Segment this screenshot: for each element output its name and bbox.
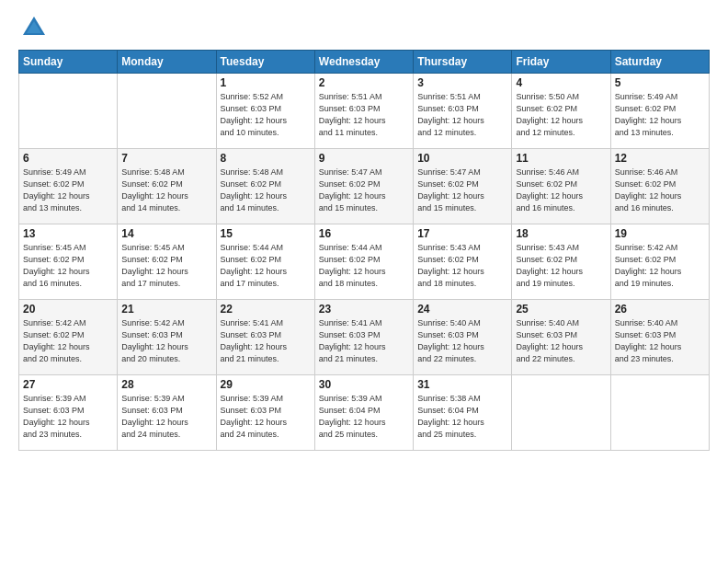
- day-number: 20: [23, 303, 113, 316]
- calendar-day-cell: 3Sunrise: 5:51 AM Sunset: 6:03 PM Daylig…: [414, 74, 512, 149]
- calendar-header-friday: Friday: [512, 51, 610, 74]
- day-number: 4: [516, 76, 606, 89]
- day-number: 21: [121, 303, 211, 316]
- day-number: 1: [221, 76, 311, 89]
- day-info: Sunrise: 5:42 AM Sunset: 6:03 PM Dayligh…: [121, 317, 211, 365]
- day-number: 29: [221, 378, 311, 391]
- calendar-header-thursday: Thursday: [414, 51, 512, 74]
- calendar-day-cell: 25Sunrise: 5:40 AM Sunset: 6:03 PM Dayli…: [512, 300, 610, 375]
- calendar-day-cell: 1Sunrise: 5:52 AM Sunset: 6:03 PM Daylig…: [216, 74, 314, 149]
- day-number: 24: [417, 303, 507, 316]
- calendar-week-row: 1Sunrise: 5:52 AM Sunset: 6:03 PM Daylig…: [19, 74, 710, 149]
- day-info: Sunrise: 5:39 AM Sunset: 6:04 PM Dayligh…: [319, 393, 409, 441]
- header: [18, 15, 710, 40]
- day-info: Sunrise: 5:47 AM Sunset: 6:02 PM Dayligh…: [417, 167, 507, 214]
- day-info: Sunrise: 5:48 AM Sunset: 6:02 PM Dayligh…: [221, 167, 311, 214]
- day-info: Sunrise: 5:47 AM Sunset: 6:02 PM Dayligh…: [319, 167, 409, 214]
- day-number: 7: [121, 152, 211, 165]
- calendar-day-cell: 26Sunrise: 5:40 AM Sunset: 6:03 PM Dayli…: [610, 300, 709, 375]
- calendar-day-cell: [512, 375, 610, 451]
- calendar-day-cell: 31Sunrise: 5:38 AM Sunset: 6:04 PM Dayli…: [414, 375, 512, 451]
- day-info: Sunrise: 5:49 AM Sunset: 6:02 PM Dayligh…: [615, 91, 705, 139]
- day-info: Sunrise: 5:51 AM Sunset: 6:03 PM Dayligh…: [417, 91, 507, 139]
- calendar-day-cell: 17Sunrise: 5:43 AM Sunset: 6:02 PM Dayli…: [414, 224, 512, 300]
- calendar-header-row: SundayMondayTuesdayWednesdayThursdayFrid…: [19, 51, 710, 74]
- day-info: Sunrise: 5:42 AM Sunset: 6:02 PM Dayligh…: [615, 242, 705, 290]
- day-number: 25: [516, 303, 606, 316]
- day-number: 15: [221, 227, 311, 240]
- day-info: Sunrise: 5:45 AM Sunset: 6:02 PM Dayligh…: [23, 242, 113, 290]
- calendar-day-cell: 30Sunrise: 5:39 AM Sunset: 6:04 PM Dayli…: [314, 375, 413, 451]
- calendar-day-cell: 9Sunrise: 5:47 AM Sunset: 6:02 PM Daylig…: [314, 149, 413, 224]
- day-number: 27: [23, 378, 113, 391]
- day-number: 28: [121, 378, 211, 391]
- day-info: Sunrise: 5:43 AM Sunset: 6:02 PM Dayligh…: [417, 242, 507, 290]
- day-number: 22: [221, 303, 311, 316]
- day-info: Sunrise: 5:49 AM Sunset: 6:02 PM Dayligh…: [23, 167, 113, 214]
- calendar-week-row: 20Sunrise: 5:42 AM Sunset: 6:02 PM Dayli…: [19, 300, 710, 375]
- day-number: 18: [516, 227, 606, 240]
- day-info: Sunrise: 5:42 AM Sunset: 6:02 PM Dayligh…: [23, 317, 113, 365]
- calendar-day-cell: 14Sunrise: 5:45 AM Sunset: 6:02 PM Dayli…: [118, 224, 216, 300]
- calendar-day-cell: 29Sunrise: 5:39 AM Sunset: 6:03 PM Dayli…: [216, 375, 314, 451]
- day-info: Sunrise: 5:46 AM Sunset: 6:02 PM Dayligh…: [516, 167, 606, 214]
- day-number: 11: [516, 152, 606, 165]
- calendar-day-cell: [19, 74, 118, 149]
- calendar-day-cell: 24Sunrise: 5:40 AM Sunset: 6:03 PM Dayli…: [414, 300, 512, 375]
- day-number: 30: [319, 378, 409, 391]
- calendar-day-cell: 18Sunrise: 5:43 AM Sunset: 6:02 PM Dayli…: [512, 224, 610, 300]
- calendar-day-cell: [610, 375, 709, 451]
- day-number: 10: [417, 152, 507, 165]
- logo: [18, 15, 47, 40]
- day-number: 12: [615, 152, 705, 165]
- calendar-day-cell: [118, 74, 216, 149]
- day-number: 14: [121, 227, 211, 240]
- calendar-day-cell: 23Sunrise: 5:41 AM Sunset: 6:03 PM Dayli…: [314, 300, 413, 375]
- day-info: Sunrise: 5:43 AM Sunset: 6:02 PM Dayligh…: [516, 242, 606, 290]
- calendar-day-cell: 21Sunrise: 5:42 AM Sunset: 6:03 PM Dayli…: [118, 300, 216, 375]
- day-number: 19: [615, 227, 705, 240]
- calendar-day-cell: 27Sunrise: 5:39 AM Sunset: 6:03 PM Dayli…: [19, 375, 118, 451]
- day-number: 23: [319, 303, 409, 316]
- day-info: Sunrise: 5:50 AM Sunset: 6:02 PM Dayligh…: [516, 91, 606, 139]
- day-info: Sunrise: 5:39 AM Sunset: 6:03 PM Dayligh…: [23, 393, 113, 441]
- day-number: 9: [319, 152, 409, 165]
- calendar-header-sunday: Sunday: [19, 51, 118, 74]
- day-info: Sunrise: 5:39 AM Sunset: 6:03 PM Dayligh…: [221, 393, 311, 441]
- day-info: Sunrise: 5:38 AM Sunset: 6:04 PM Dayligh…: [417, 393, 507, 441]
- calendar-day-cell: 28Sunrise: 5:39 AM Sunset: 6:03 PM Dayli…: [118, 375, 216, 451]
- calendar-day-cell: 2Sunrise: 5:51 AM Sunset: 6:03 PM Daylig…: [314, 74, 413, 149]
- day-info: Sunrise: 5:40 AM Sunset: 6:03 PM Dayligh…: [516, 317, 606, 365]
- calendar-week-row: 13Sunrise: 5:45 AM Sunset: 6:02 PM Dayli…: [19, 224, 710, 300]
- day-number: 3: [417, 76, 507, 89]
- calendar-day-cell: 8Sunrise: 5:48 AM Sunset: 6:02 PM Daylig…: [216, 149, 314, 224]
- calendar-week-row: 6Sunrise: 5:49 AM Sunset: 6:02 PM Daylig…: [19, 149, 710, 224]
- calendar-day-cell: 10Sunrise: 5:47 AM Sunset: 6:02 PM Dayli…: [414, 149, 512, 224]
- calendar-week-row: 27Sunrise: 5:39 AM Sunset: 6:03 PM Dayli…: [19, 375, 710, 451]
- day-number: 17: [417, 227, 507, 240]
- day-info: Sunrise: 5:40 AM Sunset: 6:03 PM Dayligh…: [417, 317, 507, 365]
- day-number: 8: [221, 152, 311, 165]
- calendar-day-cell: 13Sunrise: 5:45 AM Sunset: 6:02 PM Dayli…: [19, 224, 118, 300]
- day-info: Sunrise: 5:39 AM Sunset: 6:03 PM Dayligh…: [121, 393, 211, 441]
- calendar-day-cell: 7Sunrise: 5:48 AM Sunset: 6:02 PM Daylig…: [118, 149, 216, 224]
- page: SundayMondayTuesdayWednesdayThursdayFrid…: [0, 0, 728, 563]
- calendar-day-cell: 20Sunrise: 5:42 AM Sunset: 6:02 PM Dayli…: [19, 300, 118, 375]
- calendar-day-cell: 4Sunrise: 5:50 AM Sunset: 6:02 PM Daylig…: [512, 74, 610, 149]
- calendar-day-cell: 15Sunrise: 5:44 AM Sunset: 6:02 PM Dayli…: [216, 224, 314, 300]
- calendar-day-cell: 5Sunrise: 5:49 AM Sunset: 6:02 PM Daylig…: [610, 74, 709, 149]
- calendar-day-cell: 12Sunrise: 5:46 AM Sunset: 6:02 PM Dayli…: [610, 149, 709, 224]
- calendar-header-tuesday: Tuesday: [216, 51, 314, 74]
- day-number: 16: [319, 227, 409, 240]
- day-number: 26: [615, 303, 705, 316]
- day-info: Sunrise: 5:46 AM Sunset: 6:02 PM Dayligh…: [615, 167, 705, 214]
- calendar-day-cell: 16Sunrise: 5:44 AM Sunset: 6:02 PM Dayli…: [314, 224, 413, 300]
- calendar-table: SundayMondayTuesdayWednesdayThursdayFrid…: [18, 50, 710, 451]
- day-info: Sunrise: 5:45 AM Sunset: 6:02 PM Dayligh…: [121, 242, 211, 290]
- day-number: 6: [23, 152, 113, 165]
- calendar-header-saturday: Saturday: [610, 51, 709, 74]
- day-number: 2: [319, 76, 409, 89]
- calendar-day-cell: 6Sunrise: 5:49 AM Sunset: 6:02 PM Daylig…: [19, 149, 118, 224]
- calendar-day-cell: 11Sunrise: 5:46 AM Sunset: 6:02 PM Dayli…: [512, 149, 610, 224]
- day-info: Sunrise: 5:52 AM Sunset: 6:03 PM Dayligh…: [221, 91, 311, 139]
